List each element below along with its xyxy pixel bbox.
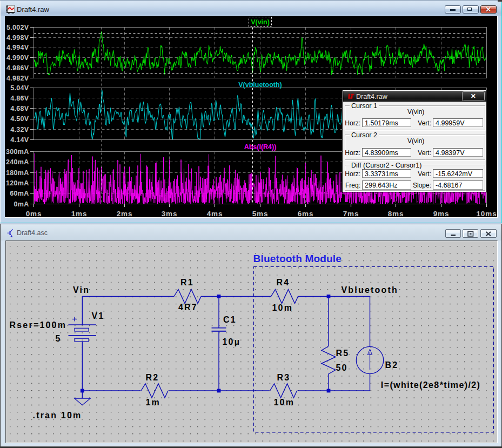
- svg-text:4.982V: 4.982V: [6, 75, 29, 82]
- svg-text:5.002V: 5.002V: [6, 24, 29, 31]
- svg-text:R4: R4: [277, 278, 290, 287]
- svg-text:4.998V: 4.998V: [6, 34, 29, 42]
- svg-text:4.68V: 4.68V: [10, 105, 29, 112]
- svg-text:9ms: 9ms: [433, 210, 450, 218]
- svg-text:4.990V: 4.990V: [6, 54, 29, 62]
- svg-text:I=(white(2e8*time)/2): I=(white(2e8*time)/2): [381, 380, 481, 390]
- svg-text:4.994V: 4.994V: [6, 44, 29, 51]
- svg-text:C1: C1: [223, 315, 237, 324]
- svg-text:5: 5: [56, 334, 62, 343]
- svg-text:10m: 10m: [272, 303, 293, 312]
- svg-text:R2: R2: [146, 373, 159, 382]
- svg-text:0mA: 0mA: [14, 200, 29, 208]
- svg-text:Vbluetooth: Vbluetooth: [342, 285, 399, 295]
- svg-text:V1: V1: [92, 311, 105, 320]
- svg-text:6ms: 6ms: [298, 210, 314, 218]
- svg-text:Rser=100m: Rser=100m: [10, 320, 67, 330]
- svg-text:10µ: 10µ: [223, 337, 241, 346]
- svg-text:4.86V: 4.86V: [10, 95, 29, 102]
- svg-text:V(vbluetooth): V(vbluetooth): [238, 81, 282, 89]
- svg-text:4.50V: 4.50V: [10, 115, 29, 123]
- svg-text:50: 50: [336, 363, 348, 372]
- svg-text:1ms: 1ms: [71, 210, 88, 218]
- svg-text:240mA: 240mA: [6, 158, 29, 166]
- svg-text:8ms: 8ms: [388, 210, 404, 218]
- svg-text:120mA: 120mA: [6, 179, 29, 187]
- svg-text:180mA: 180mA: [6, 169, 29, 177]
- svg-text:5ms: 5ms: [252, 210, 269, 218]
- svg-text:B2: B2: [385, 360, 399, 370]
- svg-text:4.986V: 4.986V: [6, 64, 29, 72]
- svg-text:4.32V: 4.32V: [10, 126, 29, 133]
- svg-text:7ms: 7ms: [343, 210, 359, 218]
- svg-text:5.04V: 5.04V: [10, 84, 29, 92]
- svg-text:Abs(I(R4)): Abs(I(R4)): [244, 143, 277, 151]
- svg-text:Bluetooth Module: Bluetooth Module: [253, 253, 342, 264]
- svg-text:4.14V: 4.14V: [10, 136, 29, 144]
- svg-text:300mA: 300mA: [6, 148, 29, 156]
- svg-text:4ms: 4ms: [207, 210, 223, 218]
- svg-text:10m: 10m: [274, 398, 295, 407]
- svg-text:.tran 10m: .tran 10m: [33, 411, 82, 420]
- svg-text:R1: R1: [180, 278, 194, 287]
- svg-text:4R7: 4R7: [178, 303, 198, 312]
- svg-text:10ms: 10ms: [476, 210, 497, 218]
- svg-text:V(vin): V(vin): [251, 18, 270, 26]
- svg-text:1m: 1m: [146, 398, 161, 407]
- svg-text:3ms: 3ms: [162, 210, 178, 218]
- svg-text:0ms: 0ms: [26, 210, 42, 218]
- svg-text:2ms: 2ms: [117, 210, 133, 218]
- svg-text:60mA: 60mA: [10, 190, 29, 197]
- svg-text:R3: R3: [277, 373, 291, 382]
- svg-text:R5: R5: [336, 349, 350, 358]
- svg-text:Vin: Vin: [73, 285, 90, 295]
